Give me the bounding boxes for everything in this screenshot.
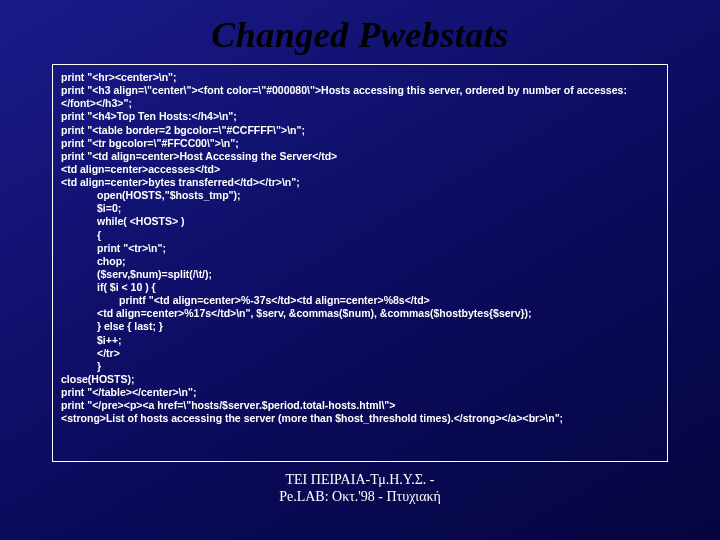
- code-line: print "<hr><center>\n";: [61, 71, 177, 83]
- code-line: $i++;: [61, 334, 659, 347]
- code-line: print "<table border=2 bgcolor=\"#CCFFFF…: [61, 124, 305, 136]
- code-line: {: [61, 229, 659, 242]
- code-line: ($serv,$num)=split(/\t/);: [61, 268, 659, 281]
- code-line: <td align=center>accesses</td>: [61, 163, 220, 175]
- code-box: print "<hr><center>\n"; print "<h3 align…: [52, 64, 668, 462]
- code-line: print "</pre><p><a href=\"hosts/$server.…: [61, 399, 395, 411]
- code-line: $i=0;: [61, 202, 659, 215]
- code-line: </tr>: [61, 347, 659, 360]
- code-line: open(HOSTS,"$hosts_tmp");: [61, 189, 659, 202]
- code-line: while( <HOSTS> ): [61, 215, 659, 228]
- code-line: print "<h3 align=\"center\"><font color=…: [61, 84, 627, 109]
- footer-line: Pe.LAB: Οκτ.'98 - Πτυχιακή: [279, 489, 441, 504]
- code-line: <td align=center>%17s</td>\n", $serv, &c…: [61, 307, 659, 320]
- slide-footer: ΤΕΙ ΠΕΙΡΑΙΑ-Τμ.Η.Υ.Σ. - Pe.LAB: Οκτ.'98 …: [0, 462, 720, 506]
- code-line: chop;: [61, 255, 659, 268]
- code-line: }: [61, 360, 659, 373]
- code-line: printf "<td align=center>%-37s</td><td a…: [61, 294, 659, 307]
- code-line: if( $i < 10 ) {: [61, 281, 659, 294]
- code-line: print "<td align=center>Host Accessing t…: [61, 150, 337, 162]
- code-line: print "<tr>\n";: [61, 242, 659, 255]
- slide-title: Changed Pwebstats: [0, 0, 720, 64]
- code-line: print "</table></center>\n";: [61, 386, 196, 398]
- code-line: <td align=center>bytes transferred</td><…: [61, 176, 300, 188]
- code-line: print "<tr bgcolor=\"#FFCC00\">\n";: [61, 137, 239, 149]
- code-line: close(HOSTS);: [61, 373, 135, 385]
- code-line: print "<h4>Top Ten Hosts:</h4>\n";: [61, 110, 237, 122]
- footer-line: ΤΕΙ ΠΕΙΡΑΙΑ-Τμ.Η.Υ.Σ. -: [286, 472, 435, 487]
- code-line: } else { last; }: [61, 320, 659, 333]
- code-line: <strong>List of hosts accessing the serv…: [61, 412, 563, 424]
